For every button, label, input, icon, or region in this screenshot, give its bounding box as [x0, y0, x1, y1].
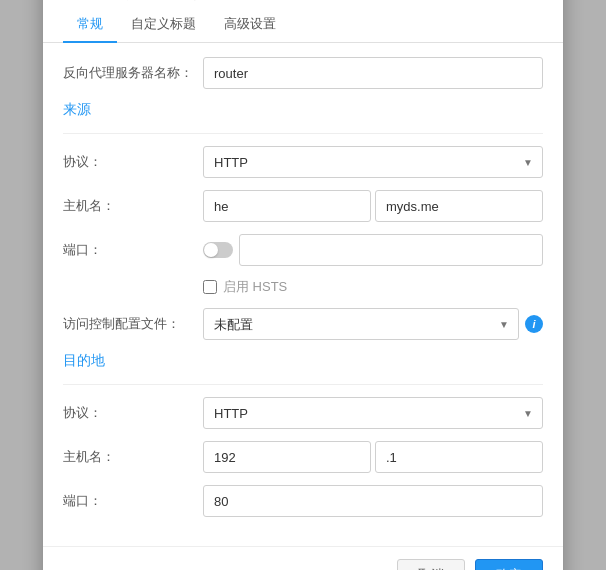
access-control-select-wrap: 未配置 全部允许 全部拒绝 ▼	[203, 308, 519, 340]
hsts-checkbox[interactable]	[203, 280, 217, 294]
source-hostname-label: 主机名：	[63, 197, 203, 215]
tab-common[interactable]: 常规	[63, 7, 117, 43]
source-divider	[63, 133, 543, 134]
proxy-name-row: 反向代理服务器名称：	[63, 57, 543, 89]
tab-advanced[interactable]: 高级设置	[210, 7, 290, 43]
dialog-body: 反向代理服务器名称： 来源 协议： HTTP HTTPS ▼ 主机名：	[43, 43, 563, 543]
toggle-knob	[204, 243, 218, 257]
source-section-title: 来源	[63, 101, 543, 123]
source-protocol-row: 协议： HTTP HTTPS ▼	[63, 146, 543, 178]
access-control-label: 访问控制配置文件：	[63, 315, 203, 333]
dest-protocol-select[interactable]: HTTP HTTPS	[203, 397, 543, 429]
dest-divider	[63, 384, 543, 385]
access-control-select[interactable]: 未配置 全部允许 全部拒绝	[203, 308, 519, 340]
source-port-row: 端口：	[63, 234, 543, 266]
dest-port-control	[203, 485, 543, 517]
dest-section-title: 目的地	[63, 352, 543, 374]
proxy-name-input[interactable]	[203, 57, 543, 89]
proxy-name-label: 反向代理服务器名称：	[63, 64, 203, 82]
toggle-track[interactable]	[203, 242, 233, 258]
source-port-label: 端口：	[63, 241, 203, 259]
dest-hostname-label: 主机名：	[63, 448, 203, 466]
hsts-checkbox-wrap: 启用 HSTS	[203, 278, 287, 296]
info-icon[interactable]: i	[525, 315, 543, 333]
dest-port-label: 端口：	[63, 492, 203, 510]
confirm-button[interactable]: 确定	[475, 559, 543, 570]
source-protocol-select[interactable]: HTTP HTTPS	[203, 146, 543, 178]
dest-hostname-control	[203, 441, 543, 473]
source-hostname-input1[interactable]	[203, 190, 371, 222]
dest-port-row: 端口：	[63, 485, 543, 517]
tabs-bar: 常规 自定义标题 高级设置	[43, 7, 563, 43]
source-port-input[interactable]	[239, 234, 543, 266]
dialog: 反向代理服务器规则 × 常规 自定义标题 高级设置 反向代理服务器名称： 来源 …	[43, 0, 563, 570]
source-protocol-label: 协议：	[63, 153, 203, 171]
dest-port-input[interactable]	[203, 485, 543, 517]
dest-hostname-input1[interactable]	[203, 441, 371, 473]
source-hostname-input2[interactable]	[375, 190, 543, 222]
hsts-label: 启用 HSTS	[223, 278, 287, 296]
proxy-name-control	[203, 57, 543, 89]
cancel-button[interactable]: 取消	[397, 559, 465, 570]
dialog-header: 反向代理服务器规则 ×	[43, 0, 563, 3]
close-button[interactable]: ×	[523, 0, 543, 3]
source-hostname-row: 主机名：	[63, 190, 543, 222]
dest-hostname-input2[interactable]	[375, 441, 543, 473]
tab-custom-headers[interactable]: 自定义标题	[117, 7, 210, 43]
dest-protocol-row: 协议： HTTP HTTPS ▼	[63, 397, 543, 429]
dialog-footer: 取消 确定	[43, 546, 563, 570]
hsts-row: 启用 HSTS	[63, 278, 543, 296]
dest-hostname-row: 主机名：	[63, 441, 543, 473]
source-port-control	[203, 234, 543, 266]
dest-protocol-label: 协议：	[63, 404, 203, 422]
dialog-title: 反向代理服务器规则	[63, 0, 198, 3]
source-hostname-control	[203, 190, 543, 222]
source-protocol-control: HTTP HTTPS ▼	[203, 146, 543, 178]
port-toggle[interactable]	[203, 242, 233, 258]
dest-protocol-control: HTTP HTTPS ▼	[203, 397, 543, 429]
access-control-row: 访问控制配置文件： 未配置 全部允许 全部拒绝 ▼ i	[63, 308, 543, 340]
